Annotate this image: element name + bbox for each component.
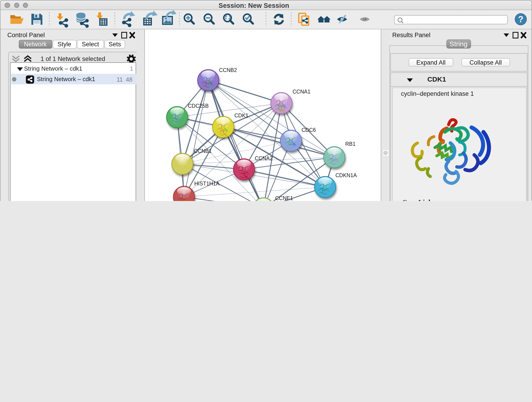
svg-text:?: ? [518,14,523,24]
svg-text:CDC6: CDC6 [302,127,316,133]
svg-text:CCNA2: CCNA2 [255,155,273,161]
svg-text:HIST1H1A: HIST1H1A [194,180,220,186]
svg-text:CCNE1: CCNE1 [275,195,293,201]
svg-text:CDKN1A: CDKN1A [336,172,357,178]
svg-text:RB1: RB1 [345,141,355,147]
svg-text:CCNB2: CCNB2 [219,67,237,73]
svg-text:CCNB1: CCNB1 [194,148,212,154]
svg-text:CDC25B: CDC25B [188,103,209,109]
svg-text:CDK1: CDK1 [234,112,248,118]
svg-text:CCNA1: CCNA1 [293,89,310,95]
